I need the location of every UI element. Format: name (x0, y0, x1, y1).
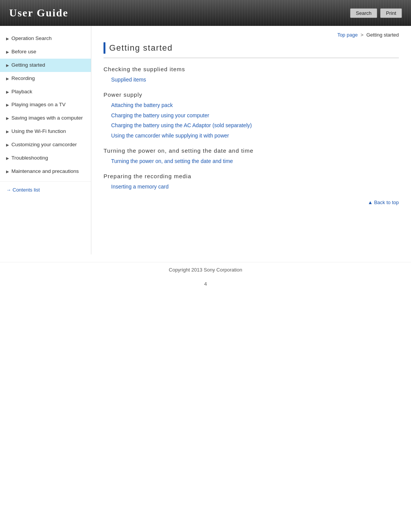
content-section-preparing-media: Preparing the recording mediaInserting a… (104, 173, 399, 192)
breadcrumb-separator: > (361, 32, 364, 38)
back-to-top-arrow: ▲ (368, 200, 374, 205)
back-to-top-link[interactable]: ▲ Back to top (368, 200, 399, 205)
main-content: Top page > Getting started Getting start… (91, 26, 411, 254)
sidebar-item-before-use[interactable]: ▶Before use (0, 45, 91, 59)
content-link-charging-ac[interactable]: Charging the battery using the AC Adapto… (104, 120, 399, 130)
chevron-right-icon: ▶ (6, 116, 9, 121)
app-title: User Guide (9, 7, 68, 19)
page-title: Getting started (109, 43, 173, 53)
section-heading-checking-supplied: Checking the supplied items (104, 66, 399, 72)
section-title-bar (104, 42, 105, 54)
sidebar-item-label: Troubleshooting (11, 155, 86, 162)
sidebar-item-playback[interactable]: ▶Playback (0, 85, 91, 99)
sidebar-item-label: Saving images with a computer (11, 115, 86, 122)
contents-list-label: Contents list (13, 187, 40, 193)
chevron-right-icon: ▶ (6, 63, 9, 68)
content-section-power-supply: Power supplyAttaching the battery packCh… (104, 91, 399, 141)
section-title-container: Getting started (104, 42, 399, 58)
copyright-text: Copyright 2013 Sony Corporation (169, 267, 242, 273)
chevron-right-icon: ▶ (6, 89, 9, 95)
chevron-right-icon: ▶ (6, 76, 9, 81)
breadcrumb-current: Getting started (366, 32, 399, 38)
chevron-right-icon: ▶ (6, 142, 9, 148)
content-link-using-power[interactable]: Using the camcorder while supplying it w… (104, 131, 399, 141)
breadcrumb-top-link[interactable]: Top page (337, 32, 358, 38)
section-heading-preparing-media: Preparing the recording media (104, 173, 399, 179)
sidebar-item-operation-search[interactable]: ▶Operation Search (0, 32, 91, 45)
content-link-attaching-battery[interactable]: Attaching the battery pack (104, 100, 399, 110)
chevron-right-icon: ▶ (6, 156, 9, 161)
sidebar-item-wifi[interactable]: ▶Using the Wi-Fi function (0, 125, 91, 138)
chevron-right-icon: ▶ (6, 169, 9, 174)
sidebar-item-label: Recording (11, 75, 86, 82)
chevron-right-icon: ▶ (6, 50, 9, 55)
header: User Guide Search Print (0, 0, 411, 26)
sidebar-item-maintenance[interactable]: ▶Maintenance and precautions (0, 165, 91, 178)
content-link-power-date-time[interactable]: Turning the power on, and setting the da… (104, 156, 399, 166)
back-to-top-label: Back to top (374, 200, 399, 205)
sidebar-item-recording[interactable]: ▶Recording (0, 72, 91, 85)
arrow-icon: → (6, 187, 11, 193)
content-section-turning-power: Turning the power on, and setting the da… (104, 147, 399, 166)
sidebar-item-customizing[interactable]: ▶Customizing your camcorder (0, 138, 91, 152)
sidebar-item-getting-started[interactable]: ▶Getting started (0, 59, 91, 72)
page-number: 4 (0, 277, 411, 291)
contents-list-link[interactable]: → Contents list (6, 187, 85, 193)
chevron-right-icon: ▶ (6, 36, 9, 42)
content-link-supplied-items[interactable]: Supplied items (104, 75, 399, 85)
print-button[interactable]: Print (380, 8, 402, 18)
sidebar-item-label: Customizing your camcorder (11, 141, 86, 149)
content-link-charging-computer[interactable]: Charging the battery using your computer (104, 110, 399, 120)
sidebar-item-label: Playback (11, 88, 86, 96)
sidebar-item-label: Maintenance and precautions (11, 168, 86, 175)
sidebar-item-label: Playing images on a TV (11, 101, 86, 109)
chevron-right-icon: ▶ (6, 102, 9, 108)
sidebar-footer: → Contents list (0, 181, 91, 198)
sidebar-item-troubleshooting[interactable]: ▶Troubleshooting (0, 152, 91, 165)
search-button[interactable]: Search (350, 8, 377, 18)
section-heading-power-supply: Power supply (104, 91, 399, 98)
content-sections: Checking the supplied itemsSupplied item… (104, 66, 399, 192)
sidebar-item-label: Using the Wi-Fi function (11, 128, 86, 135)
sidebar-item-label: Operation Search (11, 35, 86, 42)
content-link-inserting-memory[interactable]: Inserting a memory card (104, 182, 399, 192)
sidebar-item-playing-images[interactable]: ▶Playing images on a TV (0, 98, 91, 112)
section-heading-turning-power: Turning the power on, and setting the da… (104, 147, 399, 154)
sidebar-item-label: Getting started (11, 62, 86, 69)
breadcrumb: Top page > Getting started (104, 32, 399, 38)
sidebar: ▶Operation Search▶Before use▶Getting sta… (0, 26, 91, 254)
chevron-right-icon: ▶ (6, 129, 9, 134)
header-actions: Search Print (350, 8, 402, 18)
page-layout: ▶Operation Search▶Before use▶Getting sta… (0, 26, 411, 254)
sidebar-item-saving-images[interactable]: ▶Saving images with a computer (0, 112, 91, 125)
page-footer: Copyright 2013 Sony Corporation (0, 262, 411, 277)
sidebar-item-label: Before use (11, 48, 86, 56)
back-to-top-container: ▲ Back to top (104, 200, 399, 205)
content-section-checking-supplied: Checking the supplied itemsSupplied item… (104, 66, 399, 85)
